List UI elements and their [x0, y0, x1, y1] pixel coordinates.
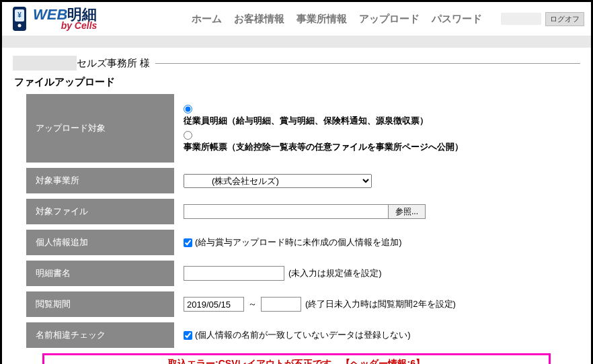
name-check-text: (個人情報の名前が一致していないデータは登録しない) — [195, 329, 411, 341]
radio-employee-label: 従業員明細（給与明細、賞与明細、保険料通知、源泉徴収票） — [184, 115, 428, 127]
error-text: 取込エラー:CSVレイアウトが不正です。【ヘッダー情報:6】 — [168, 358, 425, 364]
nav-home[interactable]: ホーム — [192, 13, 222, 26]
label-target-office: 対象事業所 — [26, 168, 174, 193]
label-view-period: 閲覧期間 — [26, 291, 174, 317]
nav-password[interactable]: パスワード — [432, 13, 482, 26]
logoff-button[interactable]: ログオフ — [545, 12, 584, 26]
tilde: ～ — [248, 298, 257, 310]
nav-upload[interactable]: アップロード — [359, 13, 420, 26]
radio-office[interactable] — [184, 131, 192, 140]
label-target-file: 対象ファイル — [26, 199, 174, 224]
select-target-office[interactable]: (株式会社セルズ) — [184, 174, 372, 188]
title-text: セルズ事務所 様 — [77, 57, 150, 70]
nav: ホーム お客様情報 事業所情報 アップロード パスワード ログオフ — [192, 12, 584, 26]
header: ¥ WEB明細 by Cells ホーム お客様情報 事業所情報 アップロード … — [2, 2, 591, 36]
logo: ¥ WEB明細 by Cells — [9, 5, 97, 32]
title-gray-box — [13, 56, 77, 71]
section-title: ファイルアップロード — [14, 76, 579, 89]
period-hint: (終了日未入力時は閲覧期間2年を設定) — [305, 298, 456, 310]
input-period-end[interactable] — [261, 297, 301, 312]
nav-customer[interactable]: お客様情報 — [234, 13, 284, 26]
label-name-check: 名前相違チェック — [26, 322, 174, 348]
checkbox-name-check[interactable] — [184, 331, 192, 340]
phone-icon: ¥ — [9, 5, 30, 32]
label-add-info: 個人情報追加 — [26, 230, 174, 255]
nav-office[interactable]: 事業所情報 — [296, 13, 347, 26]
error-box: 取込エラー:CSVレイアウトが不正です。【ヘッダー情報:6】 — [42, 353, 551, 364]
file-path-field[interactable] — [184, 204, 389, 219]
label-doc-name: 明細書名 — [26, 261, 174, 286]
radio-employee[interactable] — [184, 105, 192, 113]
doc-name-hint: (未入力は規定値を設定) — [288, 267, 382, 279]
radio-office-label: 事業所帳票（支給控除一覧表等の任意ファイルを事業所ページへ公開） — [184, 141, 463, 153]
gray-bar — [2, 36, 591, 48]
browse-button[interactable]: 参照... — [389, 204, 426, 219]
logo-sub: by Cells — [33, 21, 97, 30]
checkbox-add-info[interactable] — [184, 238, 192, 247]
input-doc-name[interactable] — [184, 266, 284, 281]
label-upload-target: アップロード対象 — [26, 94, 174, 163]
input-period-start[interactable] — [184, 297, 244, 312]
svg-text:¥: ¥ — [17, 11, 22, 19]
form: アップロード対象 従業員明細（給与明細、賞与明細、保険料通知、源泉徴収票） 事業… — [26, 94, 567, 348]
add-info-text: (給与賞与アップロード時に未作成の個人情報を追加) — [195, 236, 402, 248]
user-box — [501, 13, 541, 25]
svg-point-2 — [18, 24, 22, 28]
title-row: セルズ事務所 様 — [13, 56, 580, 71]
